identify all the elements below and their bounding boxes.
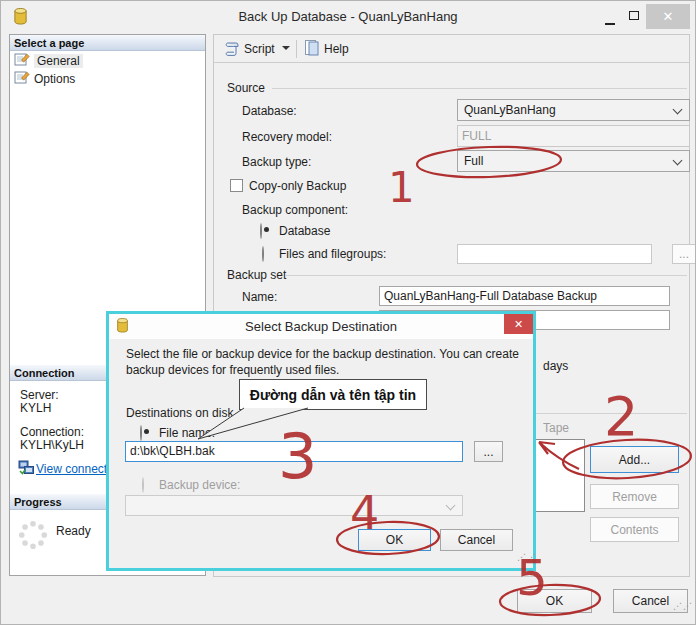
backup-type-label: Backup type: xyxy=(242,155,311,169)
network-connection-icon xyxy=(18,459,35,479)
remove-button[interactable]: Remove xyxy=(590,484,679,509)
files-filegroups-radio[interactable] xyxy=(262,246,264,262)
script-dropdown-arrow[interactable] xyxy=(282,46,290,50)
file-name-radio[interactable] xyxy=(140,425,142,441)
sub-dialog-description-line2: backup devices for frequently used files… xyxy=(126,363,339,377)
help-button[interactable]: Help xyxy=(324,42,349,56)
minimize-button[interactable] xyxy=(605,14,615,28)
resize-grip[interactable]: ⋰⋰ xyxy=(673,601,693,611)
add-button[interactable]: Add... xyxy=(590,446,679,473)
sub-dialog-close-button[interactable]: ✕ xyxy=(504,314,533,334)
file-name-field[interactable]: d:\bk\QLBH.bak xyxy=(125,441,463,462)
script-button[interactable]: Script xyxy=(244,42,275,56)
files-filegroups-label: Files and filegroups: xyxy=(279,247,386,261)
ok-button[interactable]: OK xyxy=(517,589,592,613)
backup-type-select[interactable]: Full xyxy=(457,150,690,172)
close-button[interactable]: ✕ xyxy=(646,4,690,29)
select-backup-destination-dialog: Select Backup Destination ✕ Select the f… xyxy=(106,311,536,571)
toolbar-separator xyxy=(296,40,297,58)
copy-only-checkbox[interactable] xyxy=(230,179,243,192)
script-icon xyxy=(224,40,241,60)
sidebar-item-general[interactable]: General xyxy=(14,52,83,69)
files-browse-button[interactable]: ... xyxy=(672,244,696,264)
browse-button[interactable]: ... xyxy=(474,441,503,462)
chevron-down-icon xyxy=(446,501,456,511)
page-icon xyxy=(14,70,30,87)
sidebar-item-options[interactable]: Options xyxy=(14,70,75,87)
copy-only-label: Copy-only Backup xyxy=(249,179,346,193)
database-label: Database: xyxy=(242,104,297,118)
callout-path-and-filename: Đường dẫn và tên tập tin xyxy=(239,379,427,410)
page-icon xyxy=(14,52,30,69)
sub-dialog-title: Select Backup Destination xyxy=(109,319,533,334)
recovery-model-field: FULL xyxy=(457,125,690,147)
database-select[interactable]: QuanLyBanHang xyxy=(457,99,690,121)
contents-button[interactable]: Contents xyxy=(590,517,679,542)
destinations-on-disk-label: Destinations on disk xyxy=(126,406,233,420)
maximize-button[interactable] xyxy=(629,9,639,23)
backup-component-label: Backup component: xyxy=(242,203,348,217)
connection-label: Connection: xyxy=(20,425,84,439)
chevron-down-icon xyxy=(673,105,683,115)
tape-fragment: Tape xyxy=(543,421,569,435)
window-titlebar: Back Up Database - QuanLyBanHang ✕ xyxy=(1,1,695,31)
progress-status: Ready xyxy=(56,524,91,538)
backup-set-group-label: Backup set xyxy=(227,268,286,282)
help-icon xyxy=(304,39,320,60)
file-name-label: File name: xyxy=(159,426,215,440)
sidebar-item-label: Options xyxy=(34,72,75,86)
sub-resize-grip[interactable]: ⋰⋰ xyxy=(517,552,537,562)
server-label: Server: xyxy=(20,388,59,402)
backup-device-select xyxy=(125,495,463,516)
source-group-label: Source xyxy=(227,81,265,95)
group-divider xyxy=(286,275,687,276)
connection-value: KYLH\KyLH xyxy=(20,438,84,452)
database-radio-label: Database xyxy=(279,224,330,238)
sub-dialog-description-line1: Select the file or backup device for the… xyxy=(126,347,519,361)
backup-database-window: Back Up Database - QuanLyBanHang ✕ Selec… xyxy=(0,0,696,625)
name-field[interactable]: QuanLyBanHang-Full Database Backup xyxy=(379,286,670,306)
days-fragment: days xyxy=(543,359,568,373)
sub-dialog-titlebar: Select Backup Destination ✕ xyxy=(109,314,533,339)
server-value: KYLH xyxy=(20,401,51,415)
name-label: Name: xyxy=(242,290,277,304)
backup-device-radio[interactable] xyxy=(142,477,144,493)
chevron-down-icon xyxy=(673,156,683,166)
database-radio[interactable] xyxy=(260,223,262,239)
sidebar-item-label: General xyxy=(34,54,83,68)
sub-cancel-button[interactable]: Cancel xyxy=(440,529,513,551)
window-title: Back Up Database - QuanLyBanHang xyxy=(1,9,695,24)
files-filegroups-field xyxy=(457,244,652,264)
recovery-model-label: Recovery model: xyxy=(242,130,332,144)
toolbar: Script Help xyxy=(214,35,689,63)
sub-ok-button[interactable]: OK xyxy=(358,529,431,551)
group-divider xyxy=(272,88,687,89)
select-a-page-header: Select a page xyxy=(10,35,205,51)
progress-spinner xyxy=(18,520,48,553)
backup-device-label: Backup device: xyxy=(159,478,240,492)
